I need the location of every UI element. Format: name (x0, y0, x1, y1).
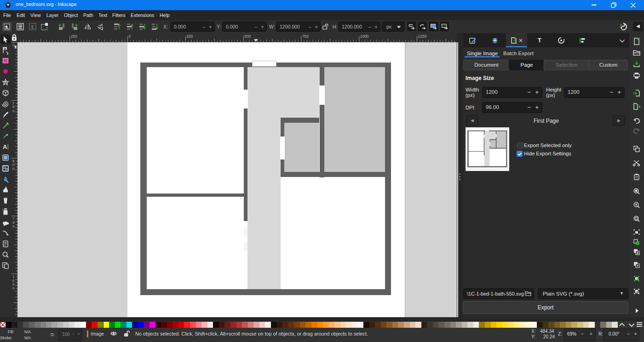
svg-text:0: 0 (12, 286, 15, 291)
svg-text:0: 0 (129, 34, 131, 39)
svg-text:0: 0 (12, 43, 15, 47)
svg-text:0: 0 (12, 224, 15, 228)
svg-text:1000: 1000 (360, 34, 369, 39)
svg-text:250: 250 (71, 34, 77, 39)
svg-text:250: 250 (186, 34, 193, 39)
svg-text:0: 0 (12, 109, 15, 113)
svg-text:750: 750 (302, 34, 309, 39)
svg-text:1250: 1250 (418, 34, 427, 39)
svg-text:A: A (3, 143, 7, 150)
svg-text:500: 500 (244, 34, 251, 39)
svg-text:0: 0 (12, 167, 15, 171)
